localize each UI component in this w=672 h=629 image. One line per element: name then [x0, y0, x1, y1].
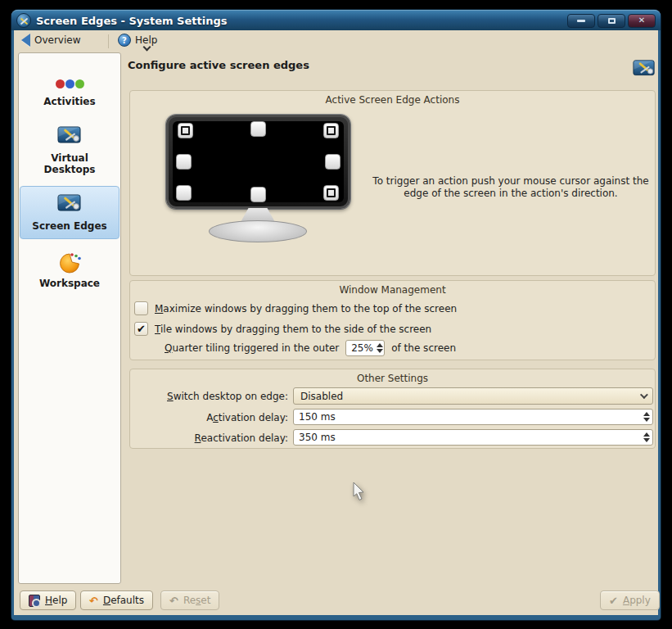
- check-icon: ✔: [137, 324, 146, 334]
- monitor-graphic: [166, 115, 350, 209]
- overview-button[interactable]: Overview: [21, 34, 81, 47]
- edge-button-top-left[interactable]: [178, 123, 193, 138]
- tile-label: Tile windows by dragging them to the sid…: [155, 324, 431, 335]
- apply-button-label: Apply: [623, 595, 651, 606]
- defaults-button[interactable]: ↶ Defaults: [80, 591, 153, 610]
- sidebar-item-virtual-desktops[interactable]: Virtual Desktops: [20, 119, 119, 182]
- activation-delay-value: 150 ms: [299, 411, 336, 423]
- help-book-icon: [29, 595, 40, 607]
- edge-button-middle-right[interactable]: [325, 154, 341, 170]
- minimize-button[interactable]: [567, 14, 595, 28]
- monitor-stand-base: [209, 220, 307, 242]
- help-icon: ?: [118, 34, 131, 47]
- spinner-arrows-icon[interactable]: [643, 432, 650, 442]
- switch-desktop-combobox[interactable]: Disabled: [293, 387, 653, 405]
- workspace-icon: [56, 251, 83, 275]
- spinner-arrows-icon[interactable]: [643, 412, 650, 422]
- close-icon: ✕: [638, 16, 645, 25]
- edge-button-top-center[interactable]: [250, 121, 266, 137]
- reset-undo-icon: ↶: [169, 595, 178, 606]
- maximize-icon: [608, 18, 616, 24]
- maximize-checkbox-row: Maximize windows by dragging them to the…: [134, 301, 457, 315]
- sidebar-item-workspace[interactable]: Workspace: [20, 244, 119, 296]
- maximize-button[interactable]: [598, 14, 625, 28]
- apply-button[interactable]: ✔ Apply: [600, 591, 660, 610]
- quarter-tiling-value: 25%: [351, 342, 373, 354]
- sidebar-item-label: Workspace: [32, 278, 107, 290]
- virtual-desktops-icon: [56, 125, 83, 150]
- screen-edges-header-icon: [632, 59, 656, 82]
- spinner-arrows-icon[interactable]: [377, 343, 383, 353]
- system-settings-app-icon: [16, 13, 31, 28]
- defaults-button-label: Defaults: [103, 595, 144, 606]
- apply-check-icon: ✔: [609, 595, 618, 606]
- window-title: Screen Edges - System Settings: [36, 15, 227, 27]
- activation-delay-spinbox[interactable]: 150 ms: [293, 409, 653, 425]
- screen-edges-icon: [56, 193, 83, 218]
- switch-desktop-label: Switch desktop on edge:: [129, 391, 288, 402]
- quarter-tiling-spinbox[interactable]: 25%: [345, 340, 385, 356]
- toolbar-separator: [108, 34, 109, 48]
- edge-button-bottom-left[interactable]: [176, 185, 192, 201]
- tile-checkbox[interactable]: ✔: [134, 322, 148, 336]
- mouse-cursor: [352, 482, 366, 501]
- activities-icon: [56, 75, 84, 93]
- reactivation-delay-spinbox[interactable]: 350 ms: [293, 429, 653, 446]
- help-button-label: Help: [45, 595, 67, 606]
- maximize-checkbox[interactable]: [134, 301, 148, 315]
- quarter-tiling-row: Quarter tiling triggered in the outer 25…: [165, 340, 456, 356]
- quarter-tiling-label: Quarter tiling triggered in the outer: [165, 342, 339, 354]
- edge-actions-group-title: Active Screen Edge Actions: [130, 91, 655, 106]
- edge-actions-description: To trigger an action push your mouse cur…: [367, 175, 655, 200]
- edge-button-top-right[interactable]: [323, 123, 339, 138]
- sidebar-item-label: Screen Edges: [32, 221, 107, 233]
- maximize-label: Maximize windows by dragging them to the…: [155, 303, 457, 314]
- minimize-icon: [577, 20, 585, 22]
- edge-button-bottom-right[interactable]: [323, 185, 339, 201]
- overview-label: Overview: [34, 34, 81, 46]
- title-bar[interactable]: Screen Edges - System Settings ✕: [11, 10, 661, 30]
- sidebar: Activities Virtual Desktops Screen Edges: [18, 52, 121, 584]
- edge-button-bottom-center[interactable]: [250, 187, 266, 202]
- reactivation-delay-value: 350 ms: [299, 432, 336, 443]
- sidebar-item-label: Virtual Desktops: [32, 153, 107, 176]
- activation-delay-label: Activation delay:: [129, 412, 288, 423]
- reset-button-label: Reset: [183, 595, 211, 606]
- sidebar-item-screen-edges[interactable]: Screen Edges: [20, 186, 120, 239]
- tile-checkbox-row: ✔ Tile windows by dragging them to the s…: [134, 322, 431, 336]
- back-arrow-icon: [21, 34, 30, 47]
- edge-button-middle-left[interactable]: [176, 154, 192, 170]
- combobox-chevron-down-icon: [640, 391, 648, 399]
- reactivation-delay-label: Reactivation delay:: [129, 432, 288, 444]
- help-menu-button[interactable]: ? Help: [118, 34, 157, 47]
- sidebar-item-activities[interactable]: Activities: [20, 68, 119, 114]
- sidebar-item-label: Activities: [32, 97, 107, 108]
- reset-button[interactable]: ↶ Reset: [160, 591, 219, 610]
- help-button[interactable]: Help: [20, 591, 76, 610]
- switch-desktop-value: Disabled: [300, 391, 343, 402]
- other-settings-group-title: Other Settings: [130, 369, 655, 384]
- window-management-group-title: Window Management: [130, 281, 655, 296]
- defaults-undo-icon: ↶: [89, 595, 98, 606]
- quarter-tiling-suffix: of the screen: [391, 342, 456, 354]
- close-button[interactable]: ✕: [628, 14, 656, 28]
- page-title: Configure active screen edges: [128, 59, 309, 71]
